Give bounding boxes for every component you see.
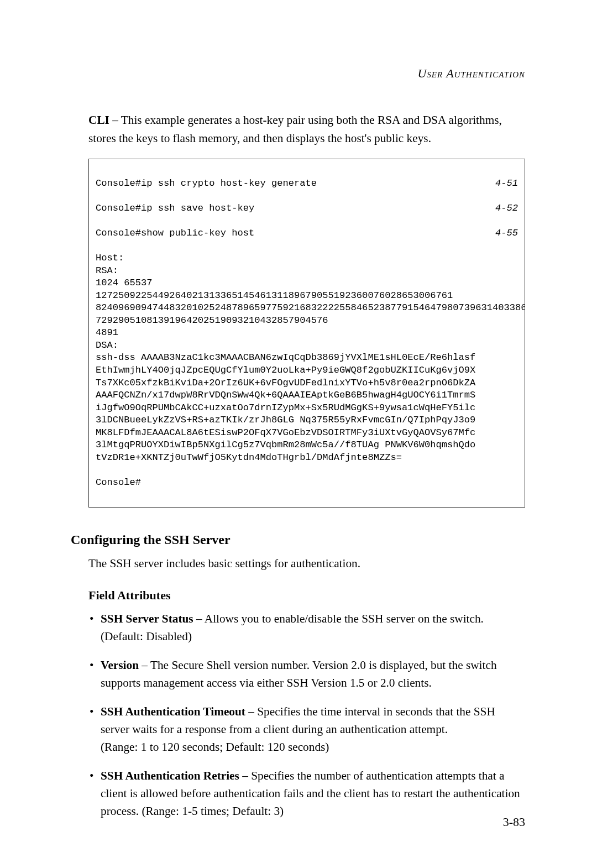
- code-line: Console#ip ssh save host-key4-52: [96, 202, 518, 215]
- code-line: Console#show public-key host4-55: [96, 227, 518, 240]
- attr-name: SSH Server Status: [101, 612, 193, 625]
- subsection-heading: Field Attributes: [88, 588, 525, 603]
- page-number: 3-83: [503, 815, 525, 829]
- list-item: SSH Server Status – Allows you to enable…: [88, 610, 525, 646]
- code-line: Console#ip ssh crypto host-key generate4…: [96, 177, 518, 190]
- intro-text: – This example generates a host-key pair…: [88, 113, 502, 145]
- field-attributes-list: SSH Server Status – Allows you to enable…: [88, 610, 525, 820]
- list-item: SSH Authentication Timeout – Specifies t…: [88, 703, 525, 756]
- attr-desc: – The Secure Shell version number. Versi…: [101, 658, 497, 689]
- cli-output-box: Console#ip ssh crypto host-key generate4…: [88, 159, 525, 508]
- attr-desc-2: (Range: 1 to 120 seconds; Default: 120 s…: [101, 740, 329, 754]
- list-item: SSH Authentication Retries – Specifies t…: [88, 767, 525, 820]
- attr-name: SSH Authentication Timeout: [101, 705, 245, 718]
- section-heading: Configuring the SSH Server: [71, 532, 525, 547]
- list-item: Version – The Secure Shell version numbe…: [88, 657, 525, 692]
- attr-name: Version: [101, 658, 139, 672]
- cli-label: CLI: [88, 113, 109, 127]
- intro-paragraph: CLI – This example generates a host-key …: [88, 111, 525, 148]
- section-body: The SSH server includes basic settings f…: [88, 555, 525, 573]
- attr-name: SSH Authentication Retries: [101, 769, 239, 782]
- code-block: Host: RSA: 1024 65537 127250922544926402…: [96, 252, 518, 489]
- page-header: User Authentication: [88, 66, 525, 81]
